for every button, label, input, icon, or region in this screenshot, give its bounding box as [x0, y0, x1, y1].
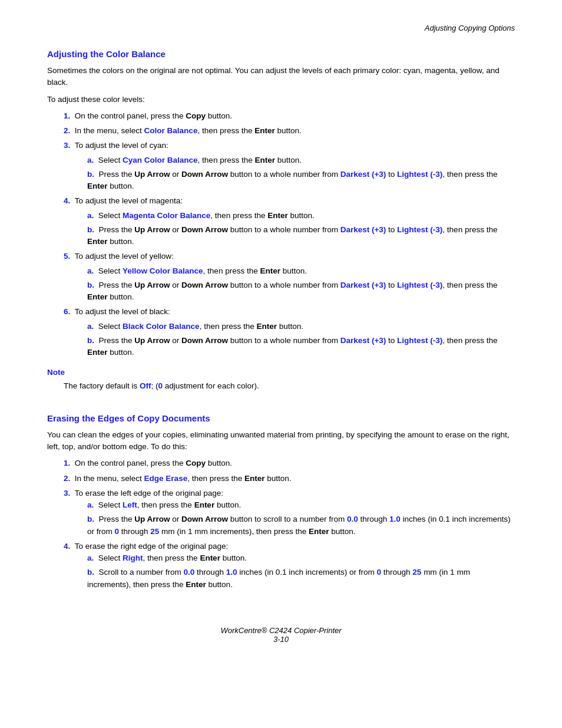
section2-steps: 1. On the control panel, press the Copy … [64, 457, 515, 591]
footer-product: WorkCentre® C2424 Copier-Printer [47, 626, 515, 635]
step-3: 3. To adjust the level of cyan: a. Selec… [64, 140, 515, 192]
step-1: 1. On the control panel, press the Copy … [64, 110, 515, 122]
step-5a: a. Select Yellow Color Balance, then pre… [87, 265, 515, 277]
step-2: 2. In the menu, select Color Balance, th… [64, 125, 515, 137]
s2-step-1: 1. On the control panel, press the Copy … [64, 457, 515, 469]
step-3b: b. Press the Up Arrow or Down Arrow butt… [87, 169, 515, 193]
s2-step-4: 4. To erase the right edge of the origin… [64, 541, 515, 591]
s2-step-4b: b. Scroll to a number from 0.0 through 1… [87, 566, 515, 591]
step-4a: a. Select Magenta Color Balance, then pr… [87, 210, 515, 222]
s2-step-3: 3. To erase the left edge of the origina… [64, 487, 515, 538]
section1-intro1: Sometimes the colors on the original are… [47, 65, 515, 89]
section1-intro2: To adjust these color levels: [47, 94, 515, 106]
s2-step-4a: a. Select Right, then press the Enter bu… [87, 552, 515, 564]
s2-step-4-sub: a. Select Right, then press the Enter bu… [87, 552, 515, 591]
step-6-sub: a. Select Black Color Balance, then pres… [87, 321, 515, 359]
footer-page: 3-10 [47, 635, 515, 644]
step-6a: a. Select Black Color Balance, then pres… [87, 321, 515, 332]
step-6: 6. To adjust the level of black: a. Sele… [64, 306, 515, 358]
s2-step-3b: b. Press the Up Arrow or Down Arrow butt… [87, 513, 515, 538]
step-4-sub: a. Select Magenta Color Balance, then pr… [87, 210, 515, 248]
note-text: The factory default is Off; (0 adjustmen… [64, 380, 515, 392]
step-5: 5. To adjust the level of yellow: a. Sel… [64, 251, 515, 303]
note-label: Note [47, 367, 515, 378]
section2-title: Erasing the Edges of Copy Documents [47, 413, 515, 423]
chapter-title: Adjusting Copying Options [425, 24, 515, 32]
section2-intro: You can clean the edges of your copies, … [47, 429, 515, 453]
step-6b: b. Press the Up Arrow or Down Arrow butt… [87, 335, 515, 359]
step-3-sub: a. Select Cyan Color Balance, then press… [87, 154, 515, 193]
step-3a: a. Select Cyan Color Balance, then press… [87, 154, 515, 166]
section1-title: Adjusting the Color Balance [47, 49, 515, 59]
page-footer: WorkCentre® C2424 Copier-Printer 3-10 [47, 626, 515, 644]
section1-steps: 1. On the control panel, press the Copy … [64, 110, 515, 359]
step-4: 4. To adjust the level of magenta: a. Se… [64, 195, 515, 248]
s2-step-2: 2. In the menu, select Edge Erase, then … [64, 473, 515, 485]
s2-step-3-sub: a. Select Left, then press the Enter but… [87, 499, 515, 538]
chapter-header: Adjusting Copying Options [47, 24, 515, 32]
step-5b: b. Press the Up Arrow or Down Arrow butt… [87, 279, 515, 304]
step-5-sub: a. Select Yellow Color Balance, then pre… [87, 265, 515, 304]
s2-step-3a: a. Select Left, then press the Enter but… [87, 499, 515, 511]
step-4b: b. Press the Up Arrow or Down Arrow butt… [87, 224, 515, 248]
